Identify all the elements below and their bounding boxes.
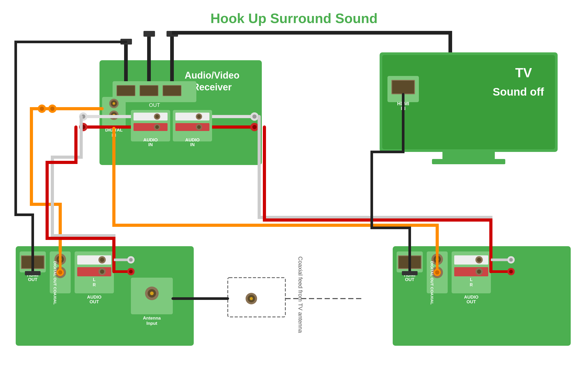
svg-text:OUT: OUT [28,277,38,282]
receiver-audio-in-label-1: AUDIO [143,138,158,142]
cable-to-receiver-coax-orange [31,109,102,251]
svg-point-17 [252,125,257,129]
cable-audio-out-label-R: R [93,283,96,287]
svg-point-38 [477,270,481,274]
tv-sound-off-label: Sound off [493,86,544,98]
dvd-hdmi-plug [402,271,418,275]
cable-audio-rca-white [77,255,111,265]
receiver-audio-in-label-2: AUDIO [185,138,200,142]
svg-point-9 [155,125,159,129]
receiver-out-label: OUT [149,102,160,108]
hdmi-to-tv-cable [172,33,450,55]
main-container: Hook Up Surround Sound Audio/Video Recei… [0,0,588,390]
receiver-label-line1: Audio/Video [185,70,239,81]
svg-point-41 [250,297,253,300]
cable-hdmi-plug [25,271,41,275]
tv-stand-base [432,159,505,164]
svg-point-48 [509,258,513,262]
svg-point-8 [155,115,159,118]
svg-point-45 [435,270,439,274]
receiver-audio-in-rca-white-2 [175,113,209,120]
svg-point-16 [252,114,257,119]
svg-rect-2 [163,86,181,96]
cable-audio-rca-red [77,267,111,276]
svg-point-12 [197,125,201,129]
svg-text:OUT: OUT [90,299,99,304]
svg-point-11 [197,115,201,118]
dvd-audio-out-label: AUDIO [464,295,479,300]
svg-point-43 [40,107,44,111]
svg-point-30 [150,292,154,295]
diagram-svg: Audio/Video Receiver OUT [0,0,588,390]
cable-audio-out-label: AUDIO [87,295,102,300]
svg-text:OUT: OUT [405,277,415,282]
svg-text:IN: IN [190,142,195,147]
dvd-label: DVD player [458,348,505,358]
cable-audio-out-label-L: L [93,277,96,282]
svg-point-47 [129,270,133,273]
dvd-digital-out-coaxial-label: DIGITAL OUT COAXIAL [430,261,434,305]
svg-point-4 [113,102,115,105]
tv-label: TV [515,65,532,80]
svg-point-26 [100,258,104,262]
receiver-audio-in-rca-red-1 [134,123,168,131]
cable-label: Cable/Satellite [59,348,119,358]
cable-digital-out-coaxial-label: DIGITAL OUT COAXIAL [53,261,57,305]
dvd-audio-label-R: R [470,283,473,287]
receiver-label-line2: Receiver [192,82,232,92]
hdmi-connector-2 [143,31,155,37]
tv-stand [442,151,495,160]
cable-antenna-label-1: Antenna [143,316,161,321]
antenna-label: Coaxial feed from TV antenna [297,256,304,333]
svg-rect-1 [140,86,158,96]
svg-rect-18 [392,81,414,94]
dvd-audio-label-L: L [470,277,473,282]
svg-text:IN: IN [148,142,153,147]
receiver-audio-in-rca-red-2 [175,123,209,131]
svg-point-37 [477,258,481,262]
svg-rect-0 [117,86,135,96]
cable-antenna-label-2: Input [146,321,157,326]
dvd-audio-rca-red [454,267,488,276]
dvd-audio-rca-white [454,255,488,265]
svg-point-27 [100,270,104,274]
svg-text:OUT: OUT [467,299,476,304]
receiver-audio-in-rca-white-1 [134,113,168,120]
svg-point-46 [129,258,133,262]
svg-point-44 [58,270,62,274]
svg-point-49 [509,270,513,273]
svg-point-42 [50,107,54,111]
